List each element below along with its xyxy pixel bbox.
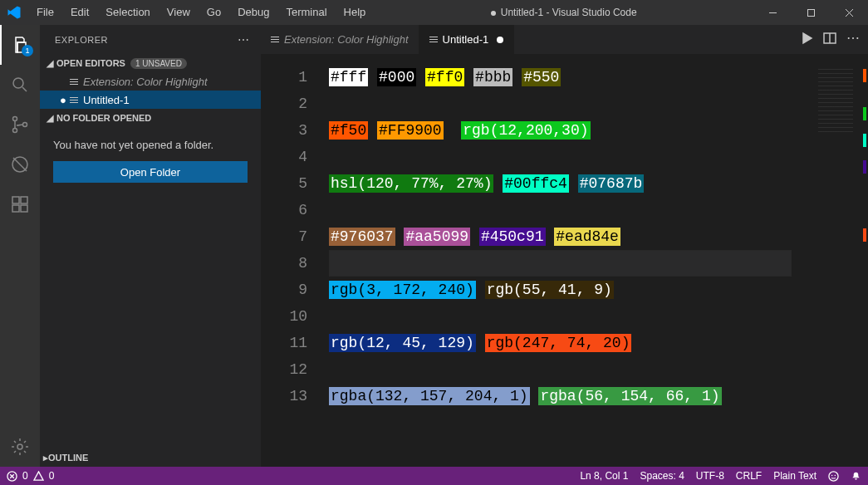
feedback-icon[interactable]: [828, 471, 839, 482]
status-language[interactable]: Plain Text: [773, 470, 817, 482]
menu-go[interactable]: Go: [199, 0, 229, 25]
color-token: #976037: [329, 228, 395, 246]
color-token: #ff0: [425, 68, 464, 86]
menu-terminal[interactable]: Terminal: [277, 0, 335, 25]
color-token: #f50: [329, 121, 368, 140]
open-folder-button[interactable]: Open Folder: [53, 161, 248, 183]
tab-label: Untitled-1: [443, 33, 489, 46]
svg-rect-7: [21, 197, 27, 203]
code-line[interactable]: [329, 91, 815, 117]
color-token: rgb(3, 172, 240): [329, 281, 476, 299]
code-line[interactable]: #f50 #FF9900 rgb(12,200,30): [329, 117, 815, 144]
maximize-button[interactable]: [792, 0, 830, 25]
color-token: rgba(132, 157, 204, 1): [329, 387, 530, 405]
code-line[interactable]: [329, 250, 792, 277]
run-icon[interactable]: [800, 32, 813, 47]
code-line[interactable]: hsl(120, 77%, 27%) #00ffc4 #07687b: [329, 170, 815, 197]
activity-bar: 1: [0, 25, 40, 467]
menu-file[interactable]: File: [28, 0, 62, 25]
svg-rect-9: [21, 205, 27, 212]
color-token: #000: [377, 68, 416, 86]
outline-header[interactable]: ▸ Outline: [40, 448, 261, 467]
bell-icon[interactable]: [851, 471, 861, 482]
chevron-down-icon: ◢: [43, 113, 56, 124]
no-folder-header[interactable]: ◢ No Folder Opened: [40, 109, 261, 127]
menu-help[interactable]: Help: [336, 0, 375, 25]
code-line[interactable]: [329, 303, 815, 330]
menu-view[interactable]: View: [159, 0, 199, 25]
minimap[interactable]: [815, 54, 868, 467]
svg-rect-6: [12, 197, 19, 203]
open-editors-header[interactable]: ◢ Open Editors 1 UNSAVED: [40, 54, 261, 72]
minimize-button[interactable]: [753, 0, 792, 25]
status-ln-col[interactable]: Ln 8, Col 1: [580, 470, 628, 482]
file-label: Untitled-1: [83, 94, 130, 106]
menu-debug[interactable]: Debug: [229, 0, 277, 25]
file-icon: [429, 37, 438, 42]
line-number: 9: [261, 277, 307, 303]
open-editor-item[interactable]: ●Untitled-1: [40, 91, 261, 109]
color-token: rgb(247, 74, 20): [485, 334, 632, 352]
activity-scm[interactable]: [0, 105, 40, 145]
code-line[interactable]: [329, 144, 815, 170]
menu-bar: FileEditSelectionViewGoDebugTerminalHelp: [28, 0, 374, 25]
code-line[interactable]: rgba(132, 157, 204, 1) rgba(56, 154, 66,…: [329, 383, 815, 409]
file-label: Extension: Color Highlight: [83, 76, 208, 88]
svg-point-3: [13, 129, 17, 133]
more-actions-icon[interactable]: ⋯: [846, 30, 861, 49]
file-icon: [70, 79, 78, 85]
dirty-indicator: ●: [56, 94, 70, 106]
code-line[interactable]: rgb(3, 172, 240) rgb(55, 41, 9): [329, 277, 815, 303]
color-token: #aa5099: [404, 228, 470, 246]
editor-tabs: Extension: Color HighlightUntitled-1 ⋯: [261, 25, 868, 54]
open-editor-item[interactable]: Extension: Color Highlight: [40, 72, 261, 91]
svg-point-10: [17, 444, 22, 449]
vscode-window: FileEditSelectionViewGoDebugTerminalHelp…: [0, 0, 868, 485]
color-token: #450c91: [479, 228, 546, 246]
minimap-decoration: [863, 228, 866, 242]
activity-settings[interactable]: [0, 427, 40, 467]
close-button[interactable]: [830, 0, 868, 25]
line-number: 12: [261, 356, 307, 383]
editor-body[interactable]: 12345678910111213 #fff #000 #ff0 #bbb #5…: [261, 54, 868, 467]
activity-explorer[interactable]: 1: [0, 25, 40, 65]
status-spaces[interactable]: Spaces: 4: [640, 470, 684, 482]
dirty-dot-icon: [497, 37, 503, 43]
code-line[interactable]: [329, 197, 815, 223]
svg-point-14: [831, 474, 832, 475]
status-encoding[interactable]: UTF-8: [696, 470, 724, 482]
color-token: #bbb: [473, 68, 512, 86]
line-number: 1: [261, 64, 307, 91]
sidebar: Explorer ⋯ ◢ Open Editors 1 UNSAVED Exte…: [40, 25, 261, 467]
activity-extensions[interactable]: [0, 184, 40, 224]
code-line[interactable]: [329, 356, 815, 383]
errors-icon[interactable]: [7, 471, 17, 482]
split-editor-icon[interactable]: [823, 32, 836, 47]
line-gutter: 12345678910111213: [261, 54, 322, 467]
editor-tab[interactable]: Untitled-1: [419, 25, 515, 54]
warning-count[interactable]: 0: [49, 470, 55, 482]
color-token: #fff: [329, 68, 368, 86]
code-line[interactable]: #976037 #aa5099 #450c91 #ead84e: [329, 223, 815, 250]
code-line[interactable]: rgb(12, 45, 129) rgb(247, 74, 20): [329, 330, 815, 356]
color-token: rgb(55, 41, 9): [485, 281, 614, 299]
no-folder-message: You have not yet opened a folder.: [40, 127, 261, 161]
minimap-content: [818, 66, 853, 132]
code-line[interactable]: #fff #000 #ff0 #bbb #550: [329, 64, 815, 91]
color-token: hsl(120, 77%, 27%): [329, 174, 493, 193]
error-count[interactable]: 0: [22, 470, 28, 482]
menu-selection[interactable]: Selection: [97, 0, 158, 25]
line-number: 10: [261, 303, 307, 330]
menu-edit[interactable]: Edit: [62, 0, 97, 25]
code-area[interactable]: #fff #000 #ff0 #bbb #550#f50 #FF9900 rgb…: [322, 54, 815, 467]
title-bar: FileEditSelectionViewGoDebugTerminalHelp…: [0, 0, 868, 25]
app-logo-icon: [0, 5, 28, 20]
sidebar-more-icon[interactable]: ⋯: [238, 33, 251, 47]
warnings-icon[interactable]: [33, 471, 44, 482]
status-eol[interactable]: CRLF: [736, 470, 762, 482]
activity-debug[interactable]: [0, 145, 40, 184]
sidebar-title: Explorer ⋯: [40, 25, 261, 54]
line-number: 13: [261, 383, 307, 409]
editor-tab[interactable]: Extension: Color Highlight: [261, 25, 419, 54]
activity-search[interactable]: [0, 65, 40, 105]
